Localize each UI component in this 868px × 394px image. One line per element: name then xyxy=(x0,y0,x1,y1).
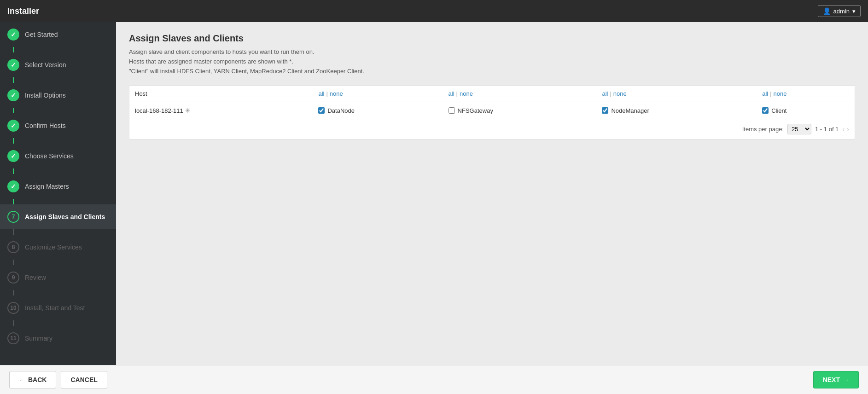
connector-9 xyxy=(13,290,14,296)
pagination-range: 1 - 1 of 1 xyxy=(815,126,839,133)
sidebar: ✓Get Started✓Select Version✓Install Opti… xyxy=(0,22,116,365)
all-link-2[interactable]: all xyxy=(449,90,454,97)
checkbox-datanode[interactable] xyxy=(318,107,325,114)
sidebar-label-3: Install Options xyxy=(25,92,66,99)
checkbox-client[interactable] xyxy=(762,107,769,114)
connector-1 xyxy=(13,47,14,52)
host-cell: local-168-182-111✳ xyxy=(129,102,313,119)
step-circle-7: 7 xyxy=(7,211,19,223)
checkbox-cell-1: NFSGateway xyxy=(449,107,591,114)
step-circle-5: ✓ xyxy=(7,150,19,162)
step-circle-3: ✓ xyxy=(7,89,19,101)
sidebar-label-9: Review xyxy=(25,274,46,281)
sidebar-item-3[interactable]: ✓Install Options xyxy=(0,83,116,108)
col-header-1: all | none xyxy=(313,86,443,102)
checkbox-cell-2: NodeManager xyxy=(602,107,751,114)
per-page-select[interactable]: 25 50 100 xyxy=(787,124,811,134)
pagination-nav: ‹ › xyxy=(842,125,849,133)
cancel-button[interactable]: CANCEL xyxy=(61,371,107,388)
none-link-1[interactable]: none xyxy=(330,90,343,97)
app-title: Installer xyxy=(7,6,39,16)
component-label-2: NodeManager xyxy=(611,107,649,114)
sidebar-label-7: Assign Slaves and Clients xyxy=(25,213,105,220)
component-cell-1: NFSGateway xyxy=(443,102,597,119)
sidebar-label-5: Choose Services xyxy=(25,152,74,160)
content-area: Assign Slaves and Clients Assign slave a… xyxy=(116,22,868,365)
sidebar-item-6[interactable]: ✓Assign Masters xyxy=(0,174,116,199)
pagination: Items per page: 25 50 100 1 - 1 of 1 ‹ › xyxy=(129,119,855,139)
sidebar-item-4[interactable]: ✓Confirm Hosts xyxy=(0,113,116,138)
page-description: Assign slave and client components to ho… xyxy=(129,47,855,76)
back-arrow-icon: ← xyxy=(19,376,25,383)
sidebar-item-9: 9Review xyxy=(0,265,116,290)
user-icon: 👤 xyxy=(823,7,831,15)
none-link-2[interactable]: none xyxy=(460,90,473,97)
checkbox-nfsgateway[interactable] xyxy=(449,107,455,114)
back-button[interactable]: ← ← BACK BACK xyxy=(9,371,56,388)
connector-10 xyxy=(13,320,14,326)
step-circle-2: ✓ xyxy=(7,59,19,71)
next-arrow-icon: → xyxy=(843,376,849,383)
host-name: local-168-182-111 xyxy=(135,107,183,114)
master-asterisk: ✳ xyxy=(185,107,191,114)
checkbox-nodemanager[interactable] xyxy=(602,107,608,114)
component-cell-2: NodeManager xyxy=(596,102,757,119)
sidebar-item-5[interactable]: ✓Choose Services xyxy=(0,144,116,168)
connector-5 xyxy=(13,168,14,174)
desc-line-3: "Client" will install HDFS Client, YARN … xyxy=(129,67,855,76)
component-label-0: DataNode xyxy=(327,107,355,114)
component-label-3: Client xyxy=(771,107,786,114)
sidebar-item-7[interactable]: 7Assign Slaves and Clients xyxy=(0,204,116,229)
next-button[interactable]: NEXT → xyxy=(813,371,859,388)
col-header-3: all | none xyxy=(596,86,757,102)
next-page-button[interactable]: › xyxy=(847,125,849,133)
chevron-down-icon: ▾ xyxy=(852,8,856,15)
user-label: admin xyxy=(833,8,850,15)
sidebar-label-2: Select Version xyxy=(25,61,66,69)
step-circle-1: ✓ xyxy=(7,29,19,41)
all-link-3[interactable]: all xyxy=(602,90,608,97)
component-label-1: NFSGateway xyxy=(458,107,493,114)
sidebar-label-11: Summary xyxy=(25,335,52,342)
col-header-2: all | none xyxy=(443,86,597,102)
step-circle-11: 11 xyxy=(7,332,19,344)
sidebar-item-11: 11Summary xyxy=(0,326,116,351)
step-circle-4: ✓ xyxy=(7,120,19,132)
user-menu[interactable]: 👤 admin ▾ xyxy=(818,5,861,17)
sidebar-item-8: 8Customize Services xyxy=(0,235,116,260)
none-link-3[interactable]: none xyxy=(613,90,627,97)
connector-3 xyxy=(13,108,14,113)
step-circle-10: 10 xyxy=(7,302,19,314)
page-title: Assign Slaves and Clients xyxy=(129,33,855,44)
col-header-4: all | none xyxy=(757,86,855,102)
sidebar-label-1: Get Started xyxy=(25,31,58,38)
sidebar-label-8: Customize Services xyxy=(25,243,82,251)
desc-line-1: Assign slave and client components to ho… xyxy=(129,47,855,57)
connector-4 xyxy=(13,138,14,144)
connector-8 xyxy=(13,260,14,265)
desc-line-2: Hosts that are assigned master component… xyxy=(129,57,855,67)
all-link-4[interactable]: all xyxy=(762,90,768,97)
sidebar-item-10: 10Install, Start and Test xyxy=(0,296,116,320)
prev-page-button[interactable]: ‹ xyxy=(842,125,845,133)
main-layout: ✓Get Started✓Select Version✓Install Opti… xyxy=(0,22,868,365)
sidebar-item-2[interactable]: ✓Select Version xyxy=(0,52,116,77)
checkbox-cell-3: Client xyxy=(762,107,849,114)
checkbox-cell-0: DataNode xyxy=(318,107,437,114)
topbar: Installer 👤 admin ▾ xyxy=(0,0,868,22)
footer: ← ← BACK BACK CANCEL NEXT → xyxy=(0,365,868,394)
step-circle-9: 9 xyxy=(7,272,19,284)
all-link-1[interactable]: all xyxy=(318,90,324,97)
connector-2 xyxy=(13,77,14,83)
sidebar-item-1[interactable]: ✓Get Started xyxy=(0,22,116,47)
step-circle-6: ✓ xyxy=(7,180,19,192)
none-link-4[interactable]: none xyxy=(774,90,787,97)
footer-left-buttons: ← ← BACK BACK CANCEL xyxy=(9,371,107,388)
step-circle-8: 8 xyxy=(7,241,19,253)
sidebar-label-6: Assign Masters xyxy=(25,183,69,190)
items-per-page-label: Items per page: xyxy=(742,126,784,133)
connector-6 xyxy=(13,199,14,204)
connector-7 xyxy=(13,229,14,235)
slaves-clients-table: Host all | none all | xyxy=(129,85,855,139)
sidebar-label-4: Confirm Hosts xyxy=(25,122,66,129)
